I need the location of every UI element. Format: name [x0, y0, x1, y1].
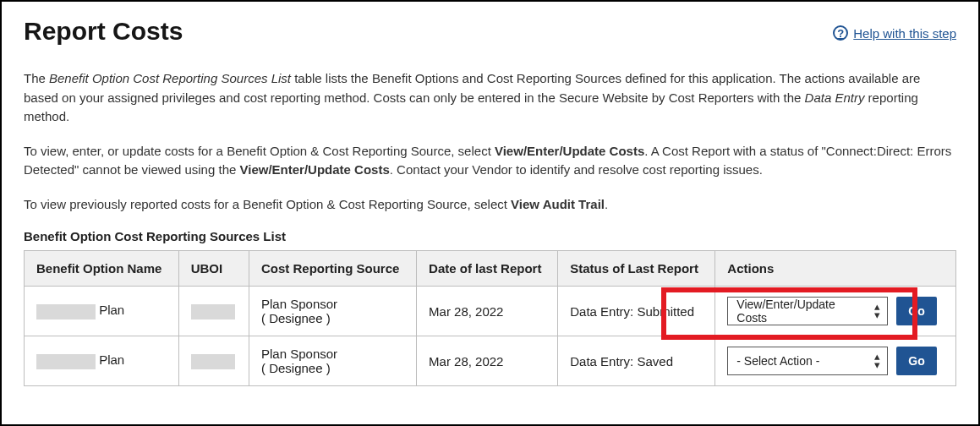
col-header-uboi: UBOI — [178, 251, 249, 287]
table-row: Plan Plan Sponsor ( Designee ) Mar 28, 2… — [25, 287, 956, 336]
cell-actions: - Select Action - ▴▾ Go — [715, 336, 956, 386]
help-link-label: Help with this step — [853, 26, 956, 41]
help-link[interactable]: ? Help with this step — [833, 25, 956, 41]
cost-reporting-table: Benefit Option Name UBOI Cost Reporting … — [24, 250, 956, 386]
col-header-benefit-option: Benefit Option Name — [25, 251, 179, 287]
cell-uboi — [178, 336, 249, 386]
table-row: Plan Plan Sponsor ( Designee ) Mar 28, 2… — [25, 336, 956, 386]
redacted-block — [191, 354, 235, 369]
chevron-updown-icon: ▴▾ — [874, 352, 880, 370]
chevron-updown-icon: ▴▾ — [874, 303, 880, 320]
go-button[interactable]: Go — [896, 347, 936, 375]
cell-date: Mar 28, 2022 — [417, 336, 558, 386]
cell-benefit-option: Plan — [25, 336, 179, 386]
cell-source: Plan Sponsor ( Designee ) — [249, 287, 417, 336]
action-select-value: - Select Action - — [736, 354, 819, 368]
redacted-block — [36, 354, 96, 369]
redacted-block — [191, 304, 235, 320]
cell-uboi — [178, 287, 249, 336]
action-select[interactable]: View/Enter/Update Costs ▴▾ — [727, 297, 888, 325]
cell-status: Data Entry: Submitted — [558, 287, 715, 336]
intro-paragraph-3: To view previously reported costs for a … — [24, 195, 956, 215]
go-button[interactable]: Go — [896, 297, 936, 325]
table-label: Benefit Option Cost Reporting Sources Li… — [24, 229, 956, 243]
col-header-source: Cost Reporting Source — [249, 251, 417, 287]
col-header-date: Date of last Report — [417, 251, 558, 287]
page-title: Report Costs — [24, 17, 183, 46]
redacted-block — [36, 304, 96, 320]
col-header-status: Status of Last Report — [558, 251, 715, 287]
cell-actions: View/Enter/Update Costs ▴▾ Go — [715, 287, 956, 336]
cell-date: Mar 28, 2022 — [417, 287, 558, 336]
help-icon: ? — [833, 25, 848, 41]
col-header-actions: Actions — [715, 251, 956, 287]
intro-paragraph-1: The Benefit Option Cost Reporting Source… — [24, 69, 956, 127]
intro-paragraph-2: To view, enter, or update costs for a Be… — [24, 142, 956, 180]
cell-benefit-option: Plan — [25, 287, 179, 336]
action-select[interactable]: - Select Action - ▴▾ — [727, 347, 888, 375]
cell-source: Plan Sponsor ( Designee ) — [249, 336, 417, 386]
cell-status: Data Entry: Saved — [558, 336, 715, 386]
action-select-value: View/Enter/Update Costs — [736, 298, 865, 325]
